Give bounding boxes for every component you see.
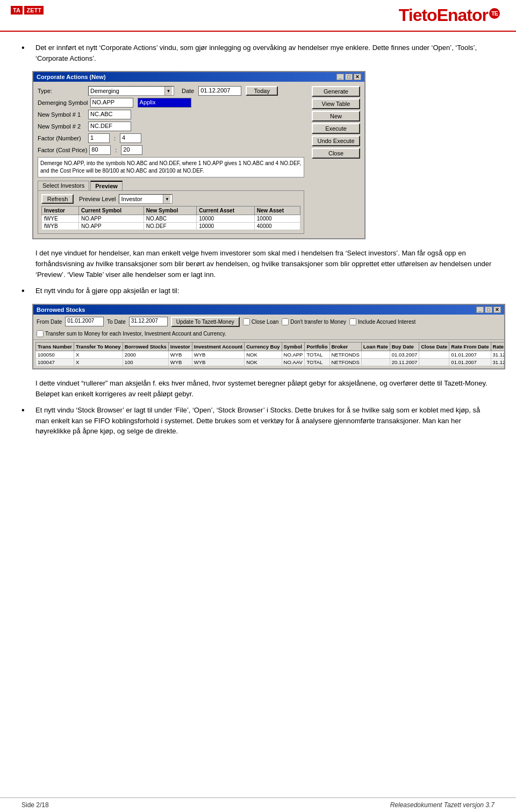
include-accrued-label: Include Accrued Interest [358,319,415,325]
col-current-asset: Current Asset [197,206,255,215]
new-symbol1-row: New Symbol # 1 NC.ABC [38,110,304,119]
close-loan-check[interactable]: Close Loan [243,318,279,325]
factor-cost1-input[interactable]: 80 [89,145,111,155]
col-investor: Investor [42,206,79,215]
cell-portfolio: TOTAL [305,351,329,358]
col-buy-date: Buy Date [390,342,419,351]
include-accrued-checkbox[interactable] [349,318,356,325]
page-number: Side 2/18 [22,801,49,809]
bullet-section-3: • Et nytt vindu ‘Stock Browser’ er lagt … [22,405,494,437]
page-header: TA ZETT TietoEnatorTE [0,0,516,32]
new-btn[interactable]: New [312,111,360,122]
dialog2-toolbar: From Date 01.01.2007 To Date 31.12.2007 … [33,315,504,340]
view-table-btn[interactable]: View Table [312,98,360,109]
from-date-input[interactable]: 01.01.2007 [65,317,104,326]
include-accrued-check[interactable]: Include Accrued Interest [349,318,415,325]
cell-rate-to: 31.12.2007 [491,358,504,366]
tazett-logo: TA ZETT [11,5,44,15]
minimize-btn2[interactable]: _ [476,307,484,313]
dialog1-title: Corporate Actions (New) [37,74,106,80]
transfer-sum-check[interactable]: Transfer sum to Money for each Investor,… [37,330,501,337]
preview-table: Investor Current Symbol New Symbol Curre… [41,206,300,230]
close-btn[interactable]: ✕ [354,74,361,80]
cell-buy-date: 01.03.2007 [390,351,419,358]
cell-new-asset: 40000 [254,223,300,230]
col-portfolio: Portfolio [305,342,329,351]
preview-level-combo[interactable]: Investor ▼ [119,194,173,204]
close-loan-checkbox[interactable] [243,318,250,325]
middle-text-2: I dette vinduet “rullerer” man aksjelån … [35,378,494,400]
demerging-symbol-input[interactable]: NO.APP [90,98,133,108]
dialog1-body: Type: Demerging ▼ Date 01.12.2007 Today … [33,82,364,238]
bullet-section-2: • Et nytt vindu for å gjøre opp aksjelån… [22,286,494,296]
transfer-sum-checkbox[interactable] [37,330,44,337]
col-currency: Currency Buy [245,342,282,351]
cell-broker: NETFONDS [329,351,361,358]
maximize-btn[interactable]: □ [345,74,353,80]
cell-rate-to: 31.12.2007 [491,351,504,358]
factor-cost-label: Factor (Cost Price) [38,147,87,153]
factor-num1-input[interactable]: 1 [88,133,110,143]
factor-number-label: Factor (Number) [38,135,86,141]
to-date-input[interactable]: 31.12.2007 [129,317,168,326]
generate-btn[interactable]: Generate [312,86,360,97]
new-symbol2-row: New Symbol # 2 NC.DEF [38,122,304,131]
factor-separator: : [114,135,116,141]
minimize-btn[interactable]: _ [336,74,344,80]
update-btn[interactable]: Update To Tazett-Money [171,317,240,327]
new-symbol1-input[interactable]: NC.ABC [88,110,131,119]
cell-broker: NETFONDS [329,358,361,366]
col-new-symbol: New Symbol [144,206,196,215]
combo-arrow: ▼ [164,87,172,95]
cell-portfolio: TOTAL [305,358,329,366]
dialog1-fields: Type: Demerging ▼ Date 01.12.2007 Today … [38,86,304,234]
cell-loan-rate [361,351,390,358]
refresh-btn[interactable]: Refresh [41,194,74,204]
close-dialog-btn[interactable]: Close [312,148,360,159]
bullet-text-1: Det er innført et nytt ‘Corporate Action… [35,42,494,63]
transfer-sum-label: Transfer sum to Money for each Investor,… [45,331,226,337]
factor-cost2-input[interactable]: 20 [121,145,142,155]
cell-symbol: NO.AAV [282,358,305,366]
table-row: 100047 X 100 WYB WYB NOK NO.AAV TOTAL NE… [36,358,505,366]
cell-current-symbol: NO.APP [78,215,144,223]
type-combo[interactable]: Demerging ▼ [88,86,174,96]
preview-row: Refresh Preview Level Investor ▼ [41,194,300,204]
dont-transfer-checkbox[interactable] [282,318,289,325]
cell-trans: 100050 [36,351,74,358]
today-btn[interactable]: Today [246,86,278,96]
middle-text-1: I det nye vinduet for hendelser, kan man… [35,248,494,280]
maximize-btn2[interactable]: □ [485,307,492,313]
tab-preview[interactable]: Preview [90,181,123,190]
factor-num2-input[interactable]: 4 [120,133,141,143]
execute-btn[interactable]: Execute [312,123,360,134]
cell-currency: NOK [245,358,282,366]
te-badge: TE [489,8,500,19]
undo-execute-btn[interactable]: Undo Execute [312,136,360,146]
tieto-brand-text: TietoEnator [399,5,488,25]
dialog1-tabs: Select Investors Preview [38,181,304,190]
dont-transfer-check[interactable]: Don't transfer to Money [282,318,346,325]
col-broker: Broker [329,342,361,351]
applix-btn[interactable]: Applix [138,98,191,108]
dialog1-main: Type: Demerging ▼ Date 01.12.2007 Today … [38,86,360,234]
type-label: Type: [38,88,86,94]
dialog2-title: Borrowed Stocks [37,307,85,313]
close-btn2[interactable]: ✕ [493,307,501,313]
tab-select-investors[interactable]: Select Investors [38,181,89,190]
table-row: fWYE NO.APP NO.ABC 10000 10000 [42,215,300,223]
cell-rate-from: 01.01.2007 [449,358,491,366]
date-input[interactable]: 01.12.2007 [198,86,241,96]
col-rate-to: Rate To Date [491,342,504,351]
cell-current-asset: 10000 [197,215,255,223]
new-symbol2-input[interactable]: NC.DEF [88,122,131,131]
cell-symbol: NO.APP [282,351,305,358]
dialog2-controls: _ □ ✕ [476,307,501,313]
cell-close-date [419,358,449,366]
bullet-section-1: • Det er innført et nytt ‘Corporate Acti… [22,42,494,63]
from-date-label: From Date [37,319,62,325]
bullet-icon-3: • [22,405,32,415]
cell-investment: WYB [192,351,244,358]
col-loan-rate: Loan Rate [361,342,390,351]
borrowed-stocks-dialog: Borrowed Stocks _ □ ✕ From Date 01.01.20… [32,304,505,369]
